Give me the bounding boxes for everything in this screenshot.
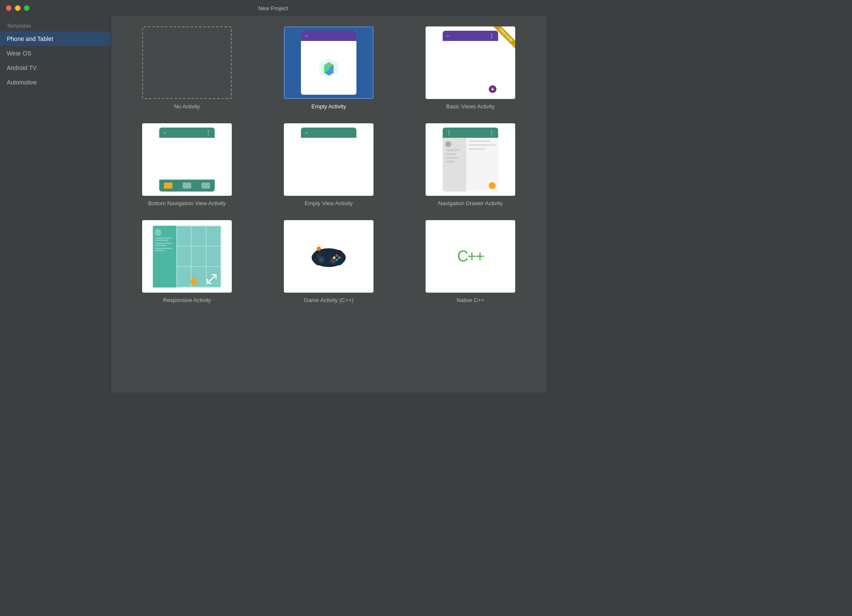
template-label-bottom-nav: Bottom Navigation View Activity (148, 200, 226, 206)
template-label-no-activity: No Activity (174, 103, 200, 110)
bn-tab-active (164, 183, 172, 189)
ea-header: ← (301, 31, 356, 41)
maximize-button[interactable] (24, 6, 29, 11)
svg-point-15 (336, 254, 338, 257)
nav-drawer-mockup: ⋮ ⋮ (443, 128, 498, 192)
native-cpp-card: C++ (426, 220, 515, 293)
svg-point-17 (336, 259, 338, 261)
nav-drawer-card: ⋮ ⋮ (426, 123, 515, 196)
nd-header: ⋮ ⋮ (443, 128, 498, 138)
ev-header: ← (301, 128, 356, 138)
svg-point-10 (319, 258, 324, 262)
template-item-native-cpp[interactable]: C++ Native C++ (408, 220, 533, 303)
bottom-nav-mockup: ← ⋮ (159, 128, 215, 192)
svg-point-19 (317, 247, 321, 251)
sidebar-item-android-tv[interactable]: Android TV (0, 61, 111, 75)
template-item-empty-activity[interactable]: ← (266, 26, 391, 110)
template-label-empty-activity: Empty Activity (312, 103, 346, 110)
template-label-responsive: Responsive Activity (163, 297, 211, 303)
gamepad-icon (309, 243, 348, 270)
nd-main-line-3 (469, 148, 485, 150)
bn-tab-2 (183, 183, 191, 189)
bottom-nav-card: ← ⋮ (142, 123, 232, 196)
window-title: New Project (258, 5, 288, 12)
template-item-empty-view[interactable]: ← Empty View Activity (266, 123, 391, 206)
template-label-game-activity: Game Activity (C++) (304, 297, 353, 303)
nd-drawer-line-2 (445, 153, 456, 155)
fab-button-icon: + (489, 85, 496, 93)
responsive-mockup (153, 226, 221, 288)
template-item-basic-views[interactable]: ← ⋮ + Basic Views Activity (408, 26, 533, 110)
bn-footer (159, 180, 215, 192)
svg-point-16 (338, 256, 341, 259)
nd-main-line-2 (469, 144, 496, 146)
nd-drawer-line-1 (445, 149, 460, 151)
resp-left-panel (153, 226, 176, 288)
sidebar-section-label: Templates (0, 20, 111, 32)
resp-list-item-2 (155, 243, 175, 246)
svg-point-18 (333, 256, 336, 259)
sidebar-item-wear-os[interactable]: Wear OS (0, 46, 111, 61)
bn-tab-3 (201, 183, 210, 189)
nd-fab-button (489, 182, 496, 189)
bn-body (159, 138, 215, 180)
close-button[interactable] (6, 6, 12, 11)
empty-activity-mockup: ← (301, 31, 356, 95)
template-item-nav-drawer[interactable]: ⋮ ⋮ (408, 123, 533, 206)
ev-body (301, 138, 356, 192)
content-area: No Activity ← (111, 16, 546, 392)
nd-drawer-panel (443, 138, 466, 192)
template-item-no-activity[interactable]: No Activity (125, 26, 249, 110)
nd-body (443, 138, 498, 192)
template-grid: No Activity ← (125, 26, 533, 303)
resp-fab-button (190, 278, 197, 285)
resp-list-item-3 (155, 248, 175, 251)
empty-view-card: ← (284, 123, 373, 196)
sidebar-item-automotive[interactable]: Automotive (0, 75, 111, 90)
nd-drawer-line-4 (445, 161, 455, 163)
nd-main-line-1 (469, 140, 490, 142)
template-item-game-activity[interactable]: Game Activity (C++) (266, 220, 391, 303)
bn-header: ← ⋮ (159, 128, 215, 138)
nd-drawer-line-3 (445, 157, 458, 159)
resp-avatar (155, 229, 161, 236)
template-label-native-cpp: Native C++ (456, 297, 484, 303)
window-controls (6, 6, 29, 11)
svg-rect-14 (316, 256, 321, 257)
template-label-nav-drawer: Navigation Drawer Activity (438, 200, 503, 206)
game-activity-card (284, 220, 373, 293)
svg-point-12 (331, 259, 335, 263)
sidebar: Templates Phone and Tablet Wear OS Andro… (0, 16, 111, 392)
sidebar-item-phone-tablet[interactable]: Phone and Tablet (0, 32, 111, 46)
minimize-button[interactable] (15, 6, 20, 11)
template-label-empty-view: Empty View Activity (305, 200, 353, 206)
resp-list-item-1 (155, 238, 175, 241)
nd-drawer-avatar (445, 141, 451, 147)
preview-badge (490, 26, 515, 52)
responsive-card (142, 220, 232, 293)
basic-views-card: ← ⋮ + (426, 26, 515, 99)
nd-main-content (466, 138, 498, 192)
template-label-basic-views: Basic Views Activity (446, 103, 495, 110)
empty-activity-card: ← (284, 26, 373, 99)
template-item-responsive[interactable]: Responsive Activity (125, 220, 249, 303)
empty-view-mockup: ← (301, 128, 356, 192)
cpp-logo-text: C++ (457, 247, 484, 265)
template-item-bottom-nav[interactable]: ← ⋮ Bottom Navigation View Activity (125, 123, 249, 206)
android-studio-logo-icon (317, 56, 341, 80)
main-layout: Templates Phone and Tablet Wear OS Andro… (0, 16, 546, 392)
svg-line-4 (207, 275, 216, 283)
title-bar: New Project (0, 0, 546, 16)
diagonal-arrow-icon (206, 273, 218, 285)
no-activity-card (142, 26, 232, 99)
